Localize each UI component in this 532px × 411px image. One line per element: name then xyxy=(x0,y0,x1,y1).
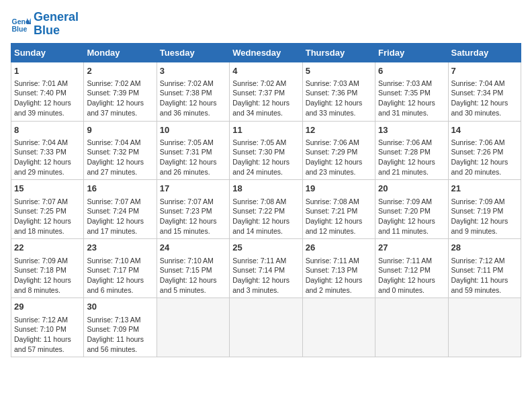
day-info-line: Daylight: 12 hours xyxy=(232,98,299,108)
day-info-line: Sunset: 7:21 PM xyxy=(306,206,372,216)
day-info-line: Sunrise: 7:11 AM xyxy=(232,256,299,266)
calendar-cell: 25Sunrise: 7:11 AMSunset: 7:14 PMDayligh… xyxy=(230,239,302,298)
day-info-line: Sunset: 7:31 PM xyxy=(160,147,226,157)
day-info-line: Sunrise: 7:02 AM xyxy=(160,79,226,89)
calendar-cell: 1Sunrise: 7:01 AMSunset: 7:40 PMDaylight… xyxy=(11,62,84,121)
col-header-friday: Friday xyxy=(375,43,448,62)
day-info-line: Sunrise: 7:10 AM xyxy=(160,256,226,266)
day-info-line: and 36 minutes. xyxy=(160,108,226,118)
day-number: 3 xyxy=(160,65,226,77)
day-number: 11 xyxy=(232,124,299,136)
day-info-line: and 37 minutes. xyxy=(87,108,153,118)
day-number: 20 xyxy=(378,183,445,195)
day-info-line: Daylight: 12 hours xyxy=(14,157,81,167)
day-info-line: Sunset: 7:25 PM xyxy=(14,206,81,216)
calendar-cell: 15Sunrise: 7:07 AMSunset: 7:25 PMDayligh… xyxy=(11,180,84,239)
day-info-line: Daylight: 12 hours xyxy=(87,157,153,167)
day-info-line: Sunrise: 7:02 AM xyxy=(232,79,299,89)
day-info-line: Sunset: 7:17 PM xyxy=(87,265,153,275)
day-info-line: Daylight: 12 hours xyxy=(87,275,153,285)
col-header-wednesday: Wednesday xyxy=(230,43,302,62)
day-info-line: Sunset: 7:28 PM xyxy=(378,147,445,157)
day-info-line: and 31 minutes. xyxy=(378,108,445,118)
day-info-line: and 21 minutes. xyxy=(378,167,445,177)
day-info-line: Sunset: 7:10 PM xyxy=(14,324,81,334)
day-info-line: Sunset: 7:09 PM xyxy=(87,324,153,334)
day-info-line: Daylight: 12 hours xyxy=(306,275,372,285)
day-number: 1 xyxy=(14,65,81,77)
calendar-cell: 23Sunrise: 7:10 AMSunset: 7:17 PMDayligh… xyxy=(84,239,157,298)
day-info-line: Sunset: 7:24 PM xyxy=(87,206,153,216)
day-info-line: Sunrise: 7:07 AM xyxy=(14,197,81,207)
day-info-line: Sunset: 7:37 PM xyxy=(232,88,299,98)
day-info-line: Sunset: 7:11 PM xyxy=(451,265,518,275)
calendar-cell: 12Sunrise: 7:06 AMSunset: 7:29 PMDayligh… xyxy=(302,121,375,180)
calendar-cell xyxy=(302,298,375,357)
day-info-line: Sunset: 7:12 PM xyxy=(378,265,445,275)
day-info-line: Sunrise: 7:02 AM xyxy=(87,79,153,89)
day-number: 21 xyxy=(451,183,518,195)
day-number: 22 xyxy=(14,242,81,254)
day-info-line: and 15 minutes. xyxy=(160,226,226,236)
day-info-line: and 14 minutes. xyxy=(232,226,299,236)
day-info-line: and 0 minutes. xyxy=(378,285,445,295)
day-info-line: Sunset: 7:35 PM xyxy=(378,88,445,98)
calendar-cell: 8Sunrise: 7:04 AMSunset: 7:33 PMDaylight… xyxy=(11,121,84,180)
col-header-sunday: Sunday xyxy=(11,43,84,62)
calendar-cell: 29Sunrise: 7:12 AMSunset: 7:10 PMDayligh… xyxy=(11,298,84,357)
day-info-line: Daylight: 12 hours xyxy=(160,275,226,285)
day-info-line: Sunset: 7:26 PM xyxy=(451,147,518,157)
day-info-line: Sunrise: 7:04 AM xyxy=(451,79,518,89)
day-info-line: Sunset: 7:29 PM xyxy=(306,147,372,157)
day-info-line: Daylight: 12 hours xyxy=(378,216,445,226)
calendar-cell: 24Sunrise: 7:10 AMSunset: 7:15 PMDayligh… xyxy=(157,239,229,298)
col-header-saturday: Saturday xyxy=(448,43,521,62)
day-number: 28 xyxy=(451,242,518,254)
day-info-line: and 29 minutes. xyxy=(14,167,81,177)
day-info-line: and 11 minutes. xyxy=(378,226,445,236)
day-info-line: Sunset: 7:20 PM xyxy=(378,206,445,216)
day-info-line: and 5 minutes. xyxy=(160,285,226,295)
day-info-line: Sunrise: 7:12 AM xyxy=(451,256,518,266)
day-number: 2 xyxy=(87,65,153,77)
day-number: 7 xyxy=(451,65,518,77)
day-info-line: and 17 minutes. xyxy=(87,226,153,236)
day-info-line: and 33 minutes. xyxy=(306,108,372,118)
calendar-cell: 22Sunrise: 7:09 AMSunset: 7:18 PMDayligh… xyxy=(11,239,84,298)
day-info-line: Daylight: 12 hours xyxy=(160,157,226,167)
calendar-cell xyxy=(375,298,448,357)
day-info-line: Daylight: 12 hours xyxy=(306,157,372,167)
day-info-line: Sunrise: 7:09 AM xyxy=(14,256,81,266)
day-info-line: and 23 minutes. xyxy=(306,167,372,177)
day-info-line: Daylight: 12 hours xyxy=(451,157,518,167)
logo: General Blue General Blue xyxy=(11,11,79,38)
calendar-cell: 13Sunrise: 7:06 AMSunset: 7:28 PMDayligh… xyxy=(375,121,448,180)
day-number: 13 xyxy=(378,124,445,136)
day-number: 16 xyxy=(87,183,153,195)
day-info-line: Daylight: 12 hours xyxy=(378,98,445,108)
day-info-line: and 3 minutes. xyxy=(232,285,299,295)
calendar-table: SundayMondayTuesdayWednesdayThursdayFrid… xyxy=(11,43,521,358)
day-number: 6 xyxy=(378,65,445,77)
day-number: 25 xyxy=(232,242,299,254)
day-info-line: Daylight: 12 hours xyxy=(232,275,299,285)
day-info-line: Sunrise: 7:07 AM xyxy=(160,197,226,207)
day-info-line: Sunrise: 7:05 AM xyxy=(232,138,299,148)
day-number: 8 xyxy=(14,124,81,136)
day-number: 17 xyxy=(160,183,226,195)
day-info-line: and 2 minutes. xyxy=(306,285,372,295)
day-number: 18 xyxy=(232,183,299,195)
day-info-line: Sunset: 7:38 PM xyxy=(160,88,226,98)
calendar-cell: 17Sunrise: 7:07 AMSunset: 7:23 PMDayligh… xyxy=(157,180,229,239)
day-number: 10 xyxy=(160,124,226,136)
day-info-line: Sunrise: 7:04 AM xyxy=(87,138,153,148)
calendar-row: 29Sunrise: 7:12 AMSunset: 7:10 PMDayligh… xyxy=(11,298,521,357)
day-info-line: Daylight: 12 hours xyxy=(378,157,445,167)
day-number: 29 xyxy=(14,301,81,313)
day-info-line: Sunrise: 7:13 AM xyxy=(87,315,153,325)
day-info-line: Sunset: 7:23 PM xyxy=(160,206,226,216)
calendar-cell: 26Sunrise: 7:11 AMSunset: 7:13 PMDayligh… xyxy=(302,239,375,298)
day-number: 14 xyxy=(451,124,518,136)
calendar-cell: 7Sunrise: 7:04 AMSunset: 7:34 PMDaylight… xyxy=(448,62,521,121)
day-info-line: Sunrise: 7:05 AM xyxy=(160,138,226,148)
